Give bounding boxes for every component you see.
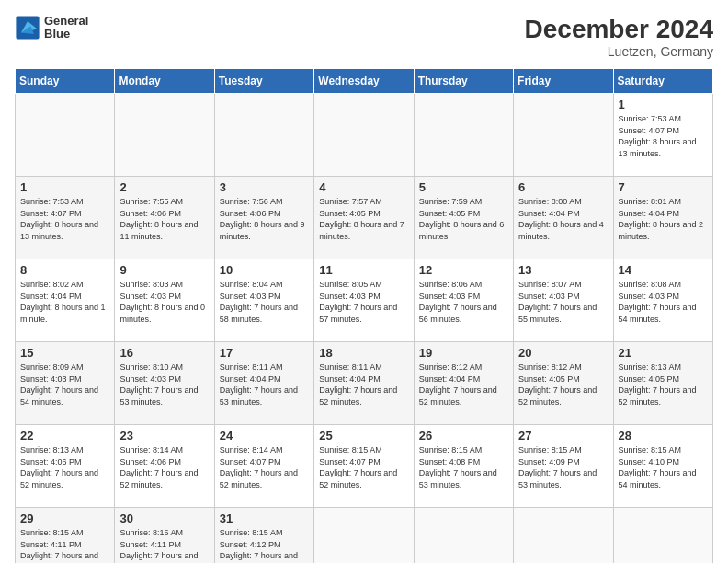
day-number: 10 <box>220 263 309 277</box>
day-number: 30 <box>119 511 209 525</box>
calendar-cell: 7Sunrise: 8:01 AMSunset: 4:04 PMDaylight… <box>613 177 712 259</box>
day-number: 1 <box>20 180 109 194</box>
calendar-cell <box>214 94 313 177</box>
day-info: Sunrise: 8:13 AMSunset: 4:06 PMDaylight:… <box>20 444 109 490</box>
calendar-cell: 10Sunrise: 8:04 AMSunset: 4:03 PMDayligh… <box>214 259 313 342</box>
day-number: 4 <box>319 180 408 194</box>
day-info: Sunrise: 8:08 AMSunset: 4:03 PMDaylight:… <box>619 279 708 325</box>
day-number: 12 <box>419 263 508 277</box>
calendar-cell <box>314 508 414 564</box>
day-info: Sunrise: 8:04 AMSunset: 4:03 PMDaylight:… <box>220 279 309 325</box>
calendar-cell: 21Sunrise: 8:13 AMSunset: 4:05 PMDayligh… <box>613 342 712 425</box>
day-number: 14 <box>619 263 708 277</box>
day-number: 9 <box>119 263 209 277</box>
calendar-cell: 12Sunrise: 8:06 AMSunset: 4:03 PMDayligh… <box>414 259 513 342</box>
calendar-week-0: 1Sunrise: 7:53 AMSunset: 4:07 PMDaylight… <box>16 94 713 177</box>
calendar-cell: 3Sunrise: 7:56 AMSunset: 4:06 PMDaylight… <box>214 177 313 259</box>
day-info: Sunrise: 7:59 AMSunset: 4:05 PMDaylight:… <box>419 196 508 242</box>
day-number: 22 <box>20 429 109 442</box>
day-number: 29 <box>20 511 109 525</box>
day-number: 1 <box>619 98 708 111</box>
day-info: Sunrise: 8:15 AMSunset: 4:07 PMDaylight:… <box>319 444 408 490</box>
day-number: 17 <box>220 346 309 360</box>
calendar-cell: 18Sunrise: 8:11 AMSunset: 4:04 PMDayligh… <box>314 342 414 425</box>
header: General Blue December 2024 Luetzen, Germ… <box>15 15 713 59</box>
calendar-cell <box>613 508 712 564</box>
calendar-cell: 4Sunrise: 7:57 AMSunset: 4:05 PMDaylight… <box>314 177 414 259</box>
day-info: Sunrise: 8:14 AMSunset: 4:07 PMDaylight:… <box>220 444 309 490</box>
day-info: Sunrise: 8:07 AMSunset: 4:03 PMDaylight:… <box>518 279 608 325</box>
day-info: Sunrise: 8:15 AMSunset: 4:11 PMDaylight:… <box>20 527 109 563</box>
day-number: 26 <box>419 429 508 442</box>
calendar-cell: 6Sunrise: 8:00 AMSunset: 4:04 PMDaylight… <box>514 177 613 259</box>
day-header-tuesday: Tuesday <box>214 69 313 94</box>
day-header-sunday: Sunday <box>16 69 115 94</box>
day-number: 19 <box>419 346 508 360</box>
calendar-cell: 28Sunrise: 8:15 AMSunset: 4:10 PMDayligh… <box>613 425 712 508</box>
day-info: Sunrise: 8:14 AMSunset: 4:06 PMDaylight:… <box>119 444 209 490</box>
calendar-cell: 1Sunrise: 7:53 AMSunset: 4:07 PMDaylight… <box>613 94 712 177</box>
day-info: Sunrise: 7:56 AMSunset: 4:06 PMDaylight:… <box>220 196 309 242</box>
calendar-week-3: 15Sunrise: 8:09 AMSunset: 4:03 PMDayligh… <box>16 342 713 425</box>
location: Luetzen, Germany <box>525 44 713 59</box>
calendar-table: SundayMondayTuesdayWednesdayThursdayFrid… <box>15 68 713 563</box>
day-info: Sunrise: 8:11 AMSunset: 4:04 PMDaylight:… <box>319 362 408 408</box>
calendar-cell: 15Sunrise: 8:09 AMSunset: 4:03 PMDayligh… <box>16 342 115 425</box>
calendar-cell <box>514 94 613 177</box>
title-block: December 2024 Luetzen, Germany <box>525 15 713 59</box>
day-header-saturday: Saturday <box>613 69 712 94</box>
day-info: Sunrise: 7:53 AMSunset: 4:07 PMDaylight:… <box>20 196 109 242</box>
day-number: 23 <box>119 429 209 442</box>
day-info: Sunrise: 7:53 AMSunset: 4:07 PMDaylight:… <box>619 113 708 159</box>
calendar-week-1: 1Sunrise: 7:53 AMSunset: 4:07 PMDaylight… <box>16 177 713 259</box>
day-number: 20 <box>518 346 608 360</box>
day-number: 13 <box>518 263 608 277</box>
calendar-cell: 26Sunrise: 8:15 AMSunset: 4:08 PMDayligh… <box>414 425 513 508</box>
calendar-cell <box>314 94 414 177</box>
day-info: Sunrise: 8:12 AMSunset: 4:05 PMDaylight:… <box>518 362 608 408</box>
calendar-cell: 22Sunrise: 8:13 AMSunset: 4:06 PMDayligh… <box>16 425 115 508</box>
day-number: 7 <box>619 180 708 194</box>
day-number: 11 <box>319 263 408 277</box>
calendar-cell: 2Sunrise: 7:55 AMSunset: 4:06 PMDaylight… <box>115 177 214 259</box>
day-info: Sunrise: 8:10 AMSunset: 4:03 PMDaylight:… <box>119 362 209 408</box>
day-info: Sunrise: 8:06 AMSunset: 4:03 PMDaylight:… <box>419 279 508 325</box>
calendar-cell: 16Sunrise: 8:10 AMSunset: 4:03 PMDayligh… <box>115 342 214 425</box>
day-info: Sunrise: 8:12 AMSunset: 4:04 PMDaylight:… <box>419 362 508 408</box>
day-info: Sunrise: 8:03 AMSunset: 4:03 PMDaylight:… <box>119 279 209 325</box>
calendar-cell: 24Sunrise: 8:14 AMSunset: 4:07 PMDayligh… <box>214 425 313 508</box>
calendar-cell: 5Sunrise: 7:59 AMSunset: 4:05 PMDaylight… <box>414 177 513 259</box>
day-number: 28 <box>619 429 708 442</box>
calendar-cell: 9Sunrise: 8:03 AMSunset: 4:03 PMDaylight… <box>115 259 214 342</box>
calendar-cell <box>414 508 513 564</box>
logo-line1: General <box>44 15 88 28</box>
calendar-cell: 11Sunrise: 8:05 AMSunset: 4:03 PMDayligh… <box>314 259 414 342</box>
day-info: Sunrise: 8:05 AMSunset: 4:03 PMDaylight:… <box>319 279 408 325</box>
page: General Blue December 2024 Luetzen, Germ… <box>0 0 728 563</box>
calendar-cell <box>115 94 214 177</box>
calendar-cell: 20Sunrise: 8:12 AMSunset: 4:05 PMDayligh… <box>514 342 613 425</box>
day-number: 21 <box>619 346 708 360</box>
calendar-cell <box>16 94 115 177</box>
logo-icon <box>15 15 40 40</box>
day-info: Sunrise: 8:01 AMSunset: 4:04 PMDaylight:… <box>619 196 708 242</box>
day-info: Sunrise: 8:11 AMSunset: 4:04 PMDaylight:… <box>220 362 309 408</box>
calendar-week-4: 22Sunrise: 8:13 AMSunset: 4:06 PMDayligh… <box>16 425 713 508</box>
logo: General Blue <box>15 15 88 41</box>
day-info: Sunrise: 8:09 AMSunset: 4:03 PMDaylight:… <box>20 362 109 408</box>
day-number: 3 <box>220 180 309 194</box>
day-header-wednesday: Wednesday <box>314 69 414 94</box>
day-number: 6 <box>518 180 608 194</box>
calendar-cell: 27Sunrise: 8:15 AMSunset: 4:09 PMDayligh… <box>514 425 613 508</box>
calendar-cell: 29Sunrise: 8:15 AMSunset: 4:11 PMDayligh… <box>16 508 115 564</box>
day-number: 31 <box>220 511 309 525</box>
day-header-friday: Friday <box>514 69 613 94</box>
day-info: Sunrise: 8:15 AMSunset: 4:10 PMDaylight:… <box>619 444 708 490</box>
day-info: Sunrise: 7:55 AMSunset: 4:06 PMDaylight:… <box>119 196 209 242</box>
calendar-cell: 8Sunrise: 8:02 AMSunset: 4:04 PMDaylight… <box>16 259 115 342</box>
calendar-cell <box>514 508 613 564</box>
calendar-cell: 30Sunrise: 8:15 AMSunset: 4:11 PMDayligh… <box>115 508 214 564</box>
calendar-week-2: 8Sunrise: 8:02 AMSunset: 4:04 PMDaylight… <box>16 259 713 342</box>
day-number: 27 <box>518 429 608 442</box>
calendar-week-5: 29Sunrise: 8:15 AMSunset: 4:11 PMDayligh… <box>16 508 713 564</box>
